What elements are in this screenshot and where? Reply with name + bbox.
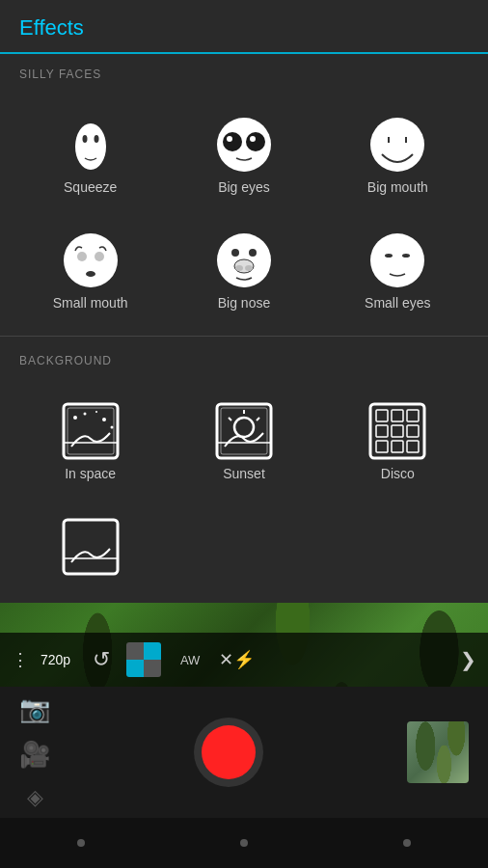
svg-point-2 (94, 135, 98, 143)
svg-point-35 (234, 418, 254, 437)
squeeze-label: Squeeze (64, 179, 117, 195)
sunset-icon (209, 396, 279, 466)
menu-icon[interactable]: ⋮ (12, 649, 29, 670)
svg-point-27 (83, 413, 86, 416)
effect-big-nose[interactable]: Big nose (169, 212, 318, 324)
effect-small-eyes[interactable]: Small eyes (323, 212, 473, 324)
svg-rect-48 (407, 441, 419, 452)
svg-rect-46 (376, 441, 388, 452)
svg-rect-41 (392, 410, 403, 421)
in-space-icon (56, 396, 125, 466)
svg-rect-44 (392, 425, 403, 437)
effect-small-mouth[interactable]: Small mouth (15, 212, 165, 324)
svg-point-29 (95, 411, 97, 413)
rotate-button[interactable]: ↺ (84, 642, 119, 677)
svg-rect-47 (392, 441, 403, 452)
effect-big-mouth[interactable]: Big mouth (323, 96, 473, 208)
big-eyes-label: Big eyes (218, 179, 270, 195)
last-photo-thumbnail[interactable] (407, 721, 469, 783)
nav-dot-3 (403, 839, 411, 847)
svg-point-21 (370, 233, 424, 287)
svg-point-23 (402, 254, 410, 258)
in-space-label: In space (65, 466, 116, 481)
effect-in-space[interactable]: In space (15, 383, 165, 495)
svg-line-37 (229, 418, 231, 420)
svg-point-28 (102, 418, 106, 421)
svg-point-6 (227, 136, 232, 142)
flash-button[interactable]: ✕⚡ (219, 642, 254, 677)
squeeze-icon (56, 110, 125, 179)
svg-rect-43 (376, 425, 388, 437)
svg-point-11 (64, 233, 118, 287)
big-nose-icon (209, 226, 279, 295)
svg-point-4 (223, 132, 242, 151)
sunset-label: Sunset (223, 466, 265, 481)
svg-point-14 (86, 271, 95, 277)
effects-button[interactable]: ◈ (27, 785, 43, 810)
svg-point-12 (77, 252, 87, 261)
effect-squeeze[interactable]: Squeeze (15, 96, 165, 208)
effect-sunset[interactable]: Sunset (169, 383, 318, 495)
bottom-nav (0, 818, 488, 868)
nav-dot-1 (77, 839, 85, 847)
small-mouth-label: Small mouth (53, 295, 128, 311)
big-nose-label: Big nose (218, 295, 270, 311)
extra-bg-icon (56, 512, 125, 582)
camera-toolbar: ⋮ 720p ↺ AW ✕⚡ ❯ (0, 633, 488, 687)
section-divider (0, 336, 488, 337)
awb-button[interactable]: AW (169, 642, 211, 677)
small-eyes-label: Small eyes (365, 295, 430, 311)
small-mouth-icon (56, 226, 125, 295)
silly-faces-grid: Squeeze Big eyes Big mouth (0, 89, 488, 332)
svg-rect-24 (64, 404, 118, 458)
svg-rect-33 (221, 408, 267, 454)
svg-rect-45 (407, 425, 419, 437)
small-eyes-icon (363, 226, 432, 295)
effects-header: Effects (0, 0, 488, 54)
svg-point-0 (75, 123, 106, 170)
svg-line-38 (257, 418, 259, 420)
camera-controls: 📷 🎥 ◈ (0, 687, 488, 818)
record-button[interactable] (194, 718, 263, 787)
big-mouth-label: Big mouth (367, 179, 428, 195)
svg-rect-39 (370, 404, 424, 458)
collapse-button[interactable]: ❯ (460, 648, 476, 671)
disco-icon (363, 396, 432, 466)
svg-point-16 (231, 249, 239, 257)
record-inner (202, 725, 256, 779)
svg-point-22 (385, 254, 393, 258)
pip-icon (126, 642, 161, 677)
background-grid: In space Sunset (0, 375, 488, 603)
photo-button[interactable]: 📷 (19, 694, 50, 724)
disco-label: Disco (381, 466, 415, 481)
svg-point-13 (95, 252, 104, 261)
svg-point-8 (370, 118, 424, 172)
big-mouth-icon (363, 110, 432, 179)
svg-point-20 (245, 265, 253, 271)
svg-point-5 (246, 132, 265, 151)
svg-rect-49 (64, 520, 118, 574)
effects-panel: Effects SILLY FACES Squeeze Bi (0, 0, 488, 603)
effects-title: Effects (19, 15, 84, 40)
video-button[interactable]: 🎥 (19, 740, 50, 770)
silly-faces-section-label: SILLY FACES (0, 54, 488, 89)
resolution-button[interactable]: 720p (41, 652, 70, 667)
svg-point-30 (110, 426, 113, 429)
svg-point-7 (250, 136, 256, 142)
nav-dot-2 (240, 839, 248, 847)
background-section-label: BACKGROUND (0, 340, 488, 375)
svg-rect-42 (407, 410, 419, 421)
big-eyes-icon (209, 110, 279, 179)
svg-point-1 (82, 135, 87, 143)
svg-rect-25 (68, 408, 114, 454)
pip-button[interactable] (126, 642, 161, 677)
svg-point-17 (249, 249, 257, 257)
effect-big-eyes[interactable]: Big eyes (169, 96, 318, 208)
left-controls: 📷 🎥 ◈ (19, 694, 50, 810)
svg-point-26 (73, 416, 77, 420)
svg-rect-40 (376, 410, 388, 421)
effect-extra[interactable] (15, 499, 165, 595)
svg-point-19 (235, 265, 243, 271)
effect-disco[interactable]: Disco (323, 383, 473, 495)
